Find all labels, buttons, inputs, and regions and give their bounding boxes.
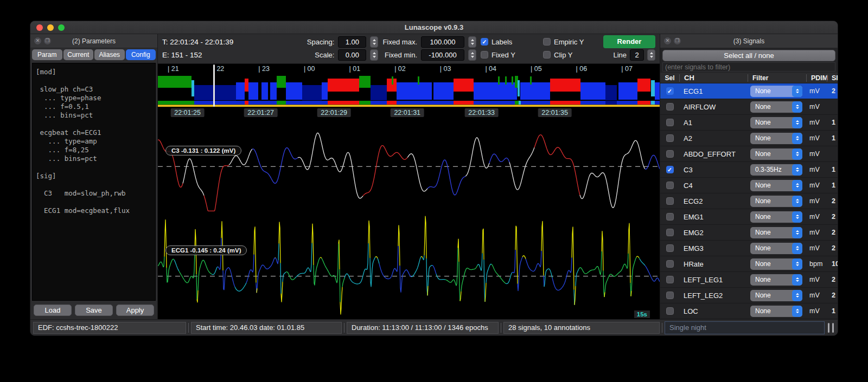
labels-checkbox[interactable]: ✓ Labels (481, 38, 539, 46)
filter-dropdown-abdo_effort[interactable]: None (750, 148, 802, 160)
signal-row-emg2[interactable]: EMG2NonemV2 (660, 225, 838, 241)
fixed-max-stepper[interactable] (468, 36, 476, 48)
resize-grip[interactable] (827, 323, 835, 333)
signal-checkbox-left_leg1[interactable] (666, 276, 674, 283)
tab-current[interactable]: Current (63, 49, 94, 60)
filter-dropdown-ecg1[interactable]: None (750, 86, 802, 97)
signal-checkbox-ecg1[interactable]: ✓ (666, 87, 674, 95)
config-editor[interactable]: [mod] slow_ph ch=C3 ... type=phase ... f… (32, 63, 156, 301)
column-header-filter[interactable]: Filter (748, 74, 806, 82)
signal-checkbox-emg1[interactable] (666, 213, 674, 221)
signal-row-hrate[interactable]: HRateNonebpm10 (660, 256, 838, 272)
signal-checkbox-abdo_effort[interactable] (666, 150, 674, 158)
filter-dropdown-a1[interactable]: None (750, 117, 802, 128)
fixed-y-checkbox-box[interactable] (481, 51, 488, 59)
signal-row-c3[interactable]: ✓C30.3-35HzmV1 (660, 162, 838, 178)
column-header-ch[interactable]: CH (679, 74, 748, 82)
column-header-sel[interactable]: Sel (660, 74, 679, 82)
empiric-y-checkbox-box[interactable] (543, 38, 551, 46)
signal-row-loc[interactable]: LOCNonemV1 (660, 303, 838, 319)
hypnogram-segment-wtick (392, 76, 393, 85)
filter-dropdown-loc[interactable]: None (750, 306, 802, 317)
signal-checkbox-c3[interactable]: ✓ (666, 166, 674, 173)
annotation-strip[interactable] (158, 101, 660, 105)
signal-row-a2[interactable]: A2NonemV1 (660, 131, 838, 146)
signal-row-c4[interactable]: C4NonemV1 (660, 178, 838, 193)
signal-checkbox-hrate[interactable] (666, 260, 674, 268)
clip-y-checkbox-box[interactable] (543, 51, 551, 59)
strip-segment-n3 (605, 101, 617, 105)
hypnogram-segment-wtick (505, 76, 507, 85)
signal-checkbox-left_leg2[interactable] (666, 292, 674, 299)
load-button[interactable]: Load (34, 305, 72, 316)
signal-row-left_leg2[interactable]: LEFT_LEG2NonemV2 (660, 288, 838, 303)
line-stepper[interactable] (647, 49, 655, 61)
signal-checkbox-loc[interactable] (666, 307, 674, 315)
signal-row-ecg2[interactable]: ECG2NonemV2 (660, 193, 838, 209)
hypnogram-segment-wtick (418, 76, 419, 85)
tab-aliases[interactable]: Aliases (94, 49, 125, 60)
filter-dropdown-c3[interactable]: 0.3-35Hz (750, 164, 802, 176)
signal-checkbox-emg3[interactable] (666, 244, 674, 252)
save-button[interactable]: Save (75, 305, 113, 316)
panel-close-icon[interactable]: ✕ (664, 37, 671, 44)
panel-close-icon[interactable]: ✕ (34, 37, 41, 44)
empiric-y-checkbox[interactable]: Empiric Y (543, 38, 599, 46)
filter-dropdown-emg3[interactable]: None (750, 243, 802, 254)
signal-row-left_leg1[interactable]: LEFT_LEG1NonemV2 (660, 272, 838, 288)
filter-dropdown-emg2[interactable]: None (750, 227, 802, 238)
signal-filter-input[interactable] (662, 62, 835, 72)
signal-row-a1[interactable]: A1NonemV1 (660, 115, 838, 131)
scale-stepper[interactable] (370, 49, 378, 61)
fixed-min-input[interactable]: -100.000 (421, 49, 464, 61)
tab-config[interactable]: Config (126, 49, 156, 60)
filter-dropdown-c4[interactable]: None (750, 180, 802, 191)
signal-row-abdo_effort[interactable]: ABDO_EFFORTNonemV (660, 146, 838, 162)
select-all-none-button[interactable]: Select all / none (662, 50, 835, 61)
signal-checkbox-emg2[interactable] (666, 229, 674, 236)
signal-row-airflow[interactable]: AIRFLOWNonemV (660, 99, 838, 115)
filter-dropdown-a2[interactable]: None (750, 133, 802, 144)
epoch-label: 22:01:35 (538, 108, 572, 117)
signal-row-ecg1[interactable]: ✓ECG1NonemV2 (660, 83, 838, 99)
filter-dropdown-hrate[interactable]: None (750, 258, 802, 270)
panel-float-icon[interactable]: ❐ (44, 37, 51, 44)
apply-button[interactable]: Apply (116, 305, 154, 316)
scale-input[interactable]: 0.00 (338, 49, 366, 61)
fixed-min-stepper[interactable] (468, 49, 476, 61)
signal-checkbox-ecg2[interactable] (666, 197, 674, 205)
column-header-pdim[interactable]: PDIM (806, 74, 827, 82)
fixed-y-checkbox[interactable]: Fixed Y (481, 51, 539, 59)
dropdown-arrows-icon (792, 243, 802, 254)
signal-checkbox-a2[interactable] (666, 134, 674, 142)
line-input[interactable]: 2 (630, 49, 644, 61)
signal-checkbox-airflow[interactable] (666, 103, 674, 111)
filter-dropdown-left_leg1[interactable]: None (750, 274, 802, 286)
signal-checkbox-a1[interactable] (666, 119, 674, 126)
filter-dropdown-emg1[interactable]: None (750, 211, 802, 223)
panel-float-icon[interactable]: ❐ (674, 37, 681, 44)
filter-dropdown-ecg2[interactable]: None (750, 196, 802, 207)
filter-value: None (750, 276, 792, 283)
signal-name: LEFT_LEG1 (679, 276, 748, 284)
night-selector[interactable] (665, 321, 825, 334)
signal-name: C4 (679, 182, 748, 190)
hypnogram-navigator[interactable] (158, 75, 660, 101)
spacing-stepper[interactable] (370, 36, 378, 48)
spacing-input[interactable]: 1.00 (338, 36, 366, 48)
signal-checkbox-c4[interactable] (666, 182, 674, 189)
fixed-max-input[interactable]: 100.000 (421, 36, 464, 48)
clip-y-checkbox[interactable]: Clip Y (543, 51, 599, 59)
tab-param[interactable]: Param (32, 49, 62, 60)
filter-dropdown-left_leg2[interactable]: None (750, 290, 802, 301)
filter-dropdown-airflow[interactable]: None (750, 101, 802, 113)
time-range-label: T: 22:01:24 - 22:01:39 (162, 38, 303, 46)
signal-row-emg3[interactable]: EMG3NonemV2 (660, 241, 838, 256)
render-button[interactable]: Render (603, 35, 655, 48)
timeline-cursor[interactable] (213, 64, 215, 107)
column-header-sr[interactable]: SR (827, 74, 838, 82)
labels-checkbox-box[interactable]: ✓ (481, 38, 488, 46)
titlebar[interactable]: Lunascope v0.9.3 (30, 21, 838, 34)
signal-row-emg1[interactable]: EMG1NonemV2 (660, 209, 838, 225)
signal-plot-area[interactable]: C3 -0.131 : 0.122 (mV) ECG1 -0.145 : 0.2… (158, 119, 660, 319)
